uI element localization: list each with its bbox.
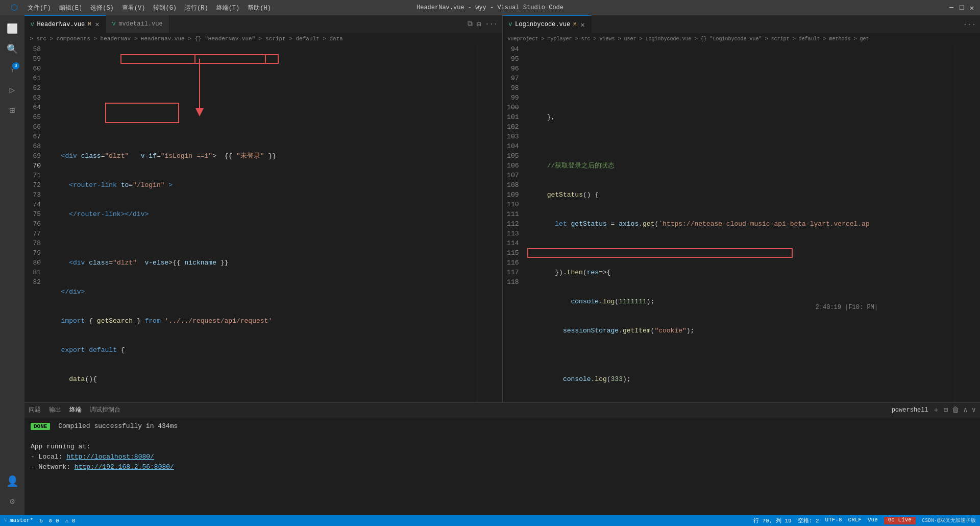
left-tabs-bar: V HeaderNav.vue M ✕ V mvdetail.vue ⧉ ⊟ ·…: [24, 15, 502, 33]
layout-icon[interactable]: ⊟: [477, 20, 481, 29]
ln-61: 61: [24, 74, 45, 83]
tab-output[interactable]: 输出: [49, 405, 61, 414]
left-code-editor[interactable]: 58 59 60 61 62 63 64 65 66 67 68 69: [24, 44, 477, 402]
menu-terminal[interactable]: 终端(T): [216, 4, 240, 12]
left-minimap: [477, 44, 502, 402]
window-controls[interactable]: ─ □ ✕: [948, 5, 975, 11]
ln-79: 79: [24, 248, 45, 258]
ln-71: 71: [24, 171, 45, 180]
right-code-area: 94 95 96 97 98 99 100 101 102 103 104 10…: [503, 44, 981, 402]
line-ending[interactable]: CRLF: [848, 517, 862, 524]
rln-104: 104: [503, 141, 523, 151]
menu-file[interactable]: 文件(F): [28, 4, 51, 12]
rln-108: 108: [503, 180, 523, 190]
right-code-editor[interactable]: 94 95 96 97 98 99 100 101 102 103 104 10…: [503, 44, 955, 402]
editor-split: V HeaderNav.vue M ✕ V mvdetail.vue ⧉ ⊟ ·…: [24, 15, 980, 402]
sync-icon[interactable]: ↻: [39, 517, 43, 524]
terminal-line-app: App running at:: [31, 442, 974, 452]
tab-headernav-close[interactable]: ✕: [95, 20, 99, 29]
ln-80: 80: [24, 258, 45, 268]
menu-edit[interactable]: 编辑(E): [59, 4, 83, 12]
terminal-trash-icon[interactable]: 🗑: [952, 406, 959, 414]
split-editor-icon[interactable]: ⧉: [468, 20, 473, 28]
rln-112: 112: [503, 219, 523, 229]
terminal-line-network: - Network: http://192.168.2.56:8080/: [31, 462, 974, 472]
r-code-100: }).then(res=>{: [531, 268, 955, 277]
menu-view[interactable]: 查看(V): [122, 4, 145, 12]
rln-98: 98: [503, 83, 523, 93]
modified-dot2: M: [573, 22, 576, 28]
terminal-add-icon[interactable]: ＋: [933, 405, 940, 415]
vscode-logo-icon: ⬡: [5, 0, 23, 17]
menu-run[interactable]: 运行(R): [185, 4, 208, 12]
tab-loginbycode[interactable]: V Loginbycode.vue M ✕: [503, 15, 592, 33]
terminal-chevron-up-icon[interactable]: ∧: [963, 405, 967, 414]
warnings-count[interactable]: ⚠ 0: [65, 517, 76, 524]
cursor-position[interactable]: 行 70, 列 19: [753, 517, 792, 524]
tab-actions[interactable]: ⧉ ⊟ ···: [463, 15, 502, 33]
right-minimap: [954, 44, 980, 402]
network-url[interactable]: http://192.168.2.56:8080/: [75, 463, 174, 471]
minimize-button[interactable]: ─: [948, 5, 954, 11]
tab-loginbycode-close[interactable]: ✕: [580, 20, 584, 29]
branch-name: master*: [10, 517, 33, 523]
right-editor-pane: V Loginbycode.vue M ✕ ··· vueproject > m…: [503, 15, 981, 402]
tab-mvdetail[interactable]: V mvdetail.vue: [106, 15, 169, 33]
code-line-59: <div class="dlzt" v-if="isLogin ==1"> {{…: [53, 151, 477, 161]
activity-extensions-icon[interactable]: ⊞: [3, 101, 21, 119]
spaces[interactable]: 空格: 2: [798, 517, 819, 524]
tab-headernav[interactable]: V HeaderNav.vue M ✕: [24, 15, 106, 33]
close-button[interactable]: ✕: [969, 5, 975, 11]
menu-select[interactable]: 选择(S): [90, 4, 114, 12]
git-branch[interactable]: ⑂ master*: [4, 517, 33, 523]
terminal-actions[interactable]: powershell ＋ ⊟ 🗑 ∧ ∨: [892, 405, 976, 415]
window-title: HeaderNav.vue - wyy - Visual Studio Code: [416, 4, 564, 11]
right-code-content[interactable]: ▶ }, //获取登录之后的状态 getStatus() { let getSt…: [527, 44, 955, 402]
activity-account-icon[interactable]: 👤: [3, 472, 21, 490]
r-code-96: //获取登录之后的状态: [531, 161, 955, 171]
activity-git-icon[interactable]: ⑂ 8: [3, 60, 21, 79]
more-actions-icon2[interactable]: ···: [963, 20, 976, 29]
menu-bar[interactable]: 文件(F) 编辑(E) 选择(S) 查看(V) 转到(G) 运行(R) 终端(T…: [28, 4, 271, 12]
terminal-chevron-down-icon[interactable]: ∨: [972, 405, 976, 414]
right-breadcrumb-text: vueproject > myplayer > src > views > us…: [508, 36, 869, 42]
rln-100: 100: [503, 103, 523, 112]
activity-debug-icon[interactable]: ▷: [3, 81, 21, 99]
ln-62: 62: [24, 83, 45, 93]
rln-111: 111: [503, 209, 523, 219]
tab-terminal[interactable]: 终端: [69, 405, 82, 414]
menu-goto[interactable]: 转到(G): [153, 4, 177, 12]
terminal-content[interactable]: DONE Compiled successfully in 434ms 2:40…: [24, 417, 980, 515]
right-tab-actions[interactable]: ···: [959, 15, 980, 33]
r-code-97: getStatus() {: [531, 190, 955, 200]
modified-dot: M: [88, 21, 91, 27]
rln-103: 103: [503, 132, 523, 141]
rln-115: 115: [503, 248, 523, 258]
ln-60: 60: [24, 64, 45, 74]
r-code-98: let getStatus = axios.get(`https://netea…: [531, 219, 955, 229]
activity-settings-icon[interactable]: ⚙: [3, 492, 21, 511]
ln-66: 66: [24, 122, 45, 132]
errors-count[interactable]: ⊘ 0: [49, 517, 59, 524]
ln-65: 65: [24, 112, 45, 122]
terminal-line-1: DONE Compiled successfully in 434ms: [31, 421, 974, 432]
terminal-split-icon[interactable]: ⊟: [944, 405, 948, 414]
tab-problems[interactable]: 问题: [29, 405, 41, 414]
encoding[interactable]: UTF-8: [825, 517, 842, 524]
activity-explorer-icon[interactable]: ⬜: [3, 19, 21, 38]
rln-118: 118: [503, 277, 523, 287]
more-actions-icon[interactable]: ···: [485, 20, 498, 28]
left-code-content[interactable]: <div class="dlzt" v-if="isLogin ==1"> {{…: [49, 44, 477, 402]
menu-help[interactable]: 帮助(H): [248, 4, 271, 12]
ln-68: 68: [24, 141, 45, 151]
ln-58: 58: [24, 44, 45, 54]
tab-debug-console[interactable]: 调试控制台: [90, 405, 120, 414]
rln-113: 113: [503, 229, 523, 238]
go-live[interactable]: Go Live: [884, 517, 916, 524]
maximize-button[interactable]: □: [959, 5, 965, 11]
extras: CSDN·@双叉无加速子版: [922, 517, 976, 524]
local-url[interactable]: http://localhost:8080/: [66, 453, 154, 461]
ln-72: 72: [24, 180, 45, 190]
language-mode[interactable]: Vue: [868, 517, 878, 524]
activity-search-icon[interactable]: 🔍: [3, 40, 21, 58]
